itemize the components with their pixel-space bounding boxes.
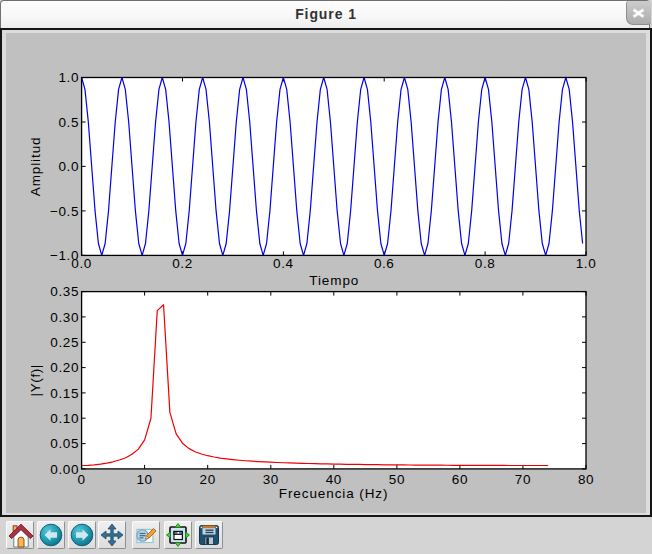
svg-text:60: 60 [452,472,468,487]
svg-text:0.6: 0.6 [374,256,395,271]
svg-text:0.4: 0.4 [273,256,294,271]
svg-text:Amplitud: Amplitud [28,137,43,197]
svg-text:0.10: 0.10 [50,411,79,426]
svg-text:0.2: 0.2 [172,256,193,271]
svg-text:0.8: 0.8 [475,256,496,271]
svg-text:0.15: 0.15 [50,386,79,401]
svg-text:0.5: 0.5 [58,115,79,130]
svg-text:1.0: 1.0 [58,70,79,85]
svg-text:0.30: 0.30 [50,310,79,325]
svg-text:0.25: 0.25 [50,335,79,350]
svg-text:−0.5: −0.5 [50,204,79,219]
svg-text:20: 20 [200,472,216,487]
svg-text:0.05: 0.05 [50,436,79,451]
svg-text:|Y(f)|: |Y(f)| [29,364,44,396]
svg-text:0: 0 [78,472,86,487]
svg-text:0.0: 0.0 [58,159,79,174]
svg-text:40: 40 [326,472,342,487]
svg-text:1.0: 1.0 [576,256,597,271]
svg-text:30: 30 [263,472,279,487]
svg-text:Frecuencia (Hz): Frecuencia (Hz) [279,486,389,501]
svg-text:70: 70 [515,472,531,487]
svg-text:10: 10 [136,472,152,487]
svg-text:0.00: 0.00 [50,462,79,477]
svg-text:80: 80 [578,472,594,487]
svg-text:0.0: 0.0 [71,256,92,271]
svg-text:Tiempo: Tiempo [309,273,359,288]
svg-text:0.20: 0.20 [50,360,79,375]
svg-text:0.35: 0.35 [50,284,79,299]
svg-text:50: 50 [389,472,405,487]
